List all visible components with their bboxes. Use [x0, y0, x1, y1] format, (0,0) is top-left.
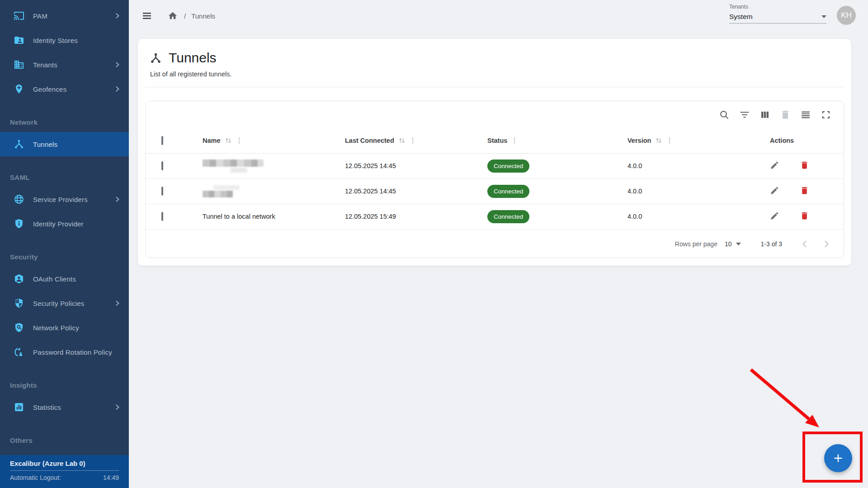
sidebar-item-label: Tenants	[33, 61, 115, 69]
column-header-last-connected: Last Connected	[345, 137, 394, 144]
sort-icon[interactable]	[225, 137, 232, 144]
delete-icon[interactable]	[800, 211, 811, 222]
previous-page-icon[interactable]	[799, 239, 810, 249]
next-page-icon[interactable]	[821, 239, 832, 249]
columns-icon[interactable]	[760, 109, 770, 120]
column-header-status: Status	[487, 137, 507, 144]
add-tunnel-button[interactable]	[824, 444, 852, 472]
logout-timer: 14:49	[103, 474, 119, 481]
delete-icon[interactable]	[780, 109, 791, 120]
sidebar-item-pam[interactable]: PAM	[0, 4, 129, 28]
environment-title: Excalibur (Azure Lab 0)	[10, 460, 119, 467]
sidebar-item-label: Password Rotation Policy	[33, 348, 120, 356]
sidebar-item-label: OAuth Clients	[33, 275, 120, 283]
sidebar-item-label: Statistics	[33, 404, 115, 411]
sidebar-footer: Excalibur (Azure Lab 0) Automatic Logout…	[0, 455, 129, 488]
sidebar-item-tenants[interactable]: Tenants	[0, 52, 129, 77]
select-all-checkbox[interactable]	[161, 136, 163, 145]
column-menu-icon[interactable]	[236, 137, 242, 144]
sidebar-section-insights: Insights	[0, 377, 129, 393]
tenant-select-label: Tenants	[729, 4, 826, 10]
version-cell: 4.0.0	[620, 178, 763, 204]
page-title: Tunnels	[169, 50, 217, 66]
sidebar-item-identity-stores[interactable]: Identity Stores	[0, 28, 129, 52]
edit-icon[interactable]	[770, 211, 781, 222]
sidebar-item-service-providers[interactable]: Service Providers	[0, 187, 129, 211]
sidebar-item-statistics[interactable]: Statistics	[0, 395, 129, 419]
sidebar-item-label: Identity Provider	[33, 220, 120, 228]
sidebar-section-network: Network	[0, 114, 129, 130]
sidebar-item-oauth-clients[interactable]: OAuth Clients	[0, 267, 129, 291]
row-checkbox[interactable]	[161, 161, 163, 170]
folder-account-icon	[14, 35, 24, 46]
shield-search-icon	[14, 322, 24, 333]
sidebar-item-identity-provider[interactable]: Identity Provider	[0, 211, 129, 236]
tunnel-name-cell: Tunnel to a local network	[195, 204, 338, 229]
password-rotation-icon	[14, 347, 24, 357]
delete-icon[interactable]	[800, 186, 811, 197]
column-menu-icon[interactable]	[666, 137, 673, 144]
column-menu-icon[interactable]	[410, 137, 416, 144]
chevron-down-icon	[821, 15, 826, 18]
rows-per-page-select[interactable]: 10	[725, 240, 741, 248]
logout-label: Automatic Logout:	[10, 474, 61, 481]
tenant-select-value: System	[729, 13, 753, 21]
rows-per-page-value: 10	[725, 240, 732, 248]
breadcrumb[interactable]: Tunnels	[191, 12, 215, 20]
oauth-clients-icon	[14, 273, 24, 284]
chevron-right-icon	[115, 300, 120, 306]
column-menu-icon[interactable]	[511, 137, 518, 144]
sort-icon[interactable]	[398, 137, 406, 144]
add-location-icon	[14, 84, 24, 94]
status-badge: Connected	[487, 160, 529, 173]
tenant-select[interactable]: System	[729, 10, 826, 23]
cast-icon	[14, 10, 24, 21]
home-icon[interactable]	[168, 11, 178, 21]
sidebar-item-network-policy[interactable]: Network Policy	[0, 315, 129, 340]
shield-info-icon	[14, 218, 24, 229]
column-header-actions: Actions	[770, 137, 794, 144]
tunnels-table: Name Last Connected	[146, 128, 844, 230]
density-icon[interactable]	[800, 109, 811, 120]
sidebar: PAM Identity Stores Tenants Geofences	[0, 0, 129, 488]
table-row: 12.05.2025 14:45 Connected 4.0.0	[146, 153, 844, 178]
edit-icon[interactable]	[770, 160, 781, 171]
sidebar-item-tunnels[interactable]: Tunnels	[0, 132, 129, 156]
building-icon	[14, 59, 24, 70]
sort-icon[interactable]	[655, 137, 662, 144]
row-checkbox[interactable]	[161, 212, 163, 221]
sidebar-item-security-policies[interactable]: Security Policies	[0, 291, 129, 315]
sidebar-section-others: Others	[0, 432, 129, 448]
row-checkbox[interactable]	[161, 187, 163, 196]
sidebar-item-label: Geofences	[33, 85, 115, 93]
redacted-tunnel-name	[203, 160, 338, 173]
filter-icon[interactable]	[739, 109, 750, 120]
fullscreen-icon[interactable]	[821, 109, 831, 120]
table-panel: Name Last Connected	[145, 101, 844, 258]
table-row: Tunnel to a local network 12.05.2025 15:…	[146, 204, 844, 229]
pagination: Rows per page 10 1-3 of 3	[146, 230, 844, 258]
tunnels-icon	[150, 52, 162, 64]
sidebar-section-security: Security	[0, 249, 129, 265]
pagination-range: 1-3 of 3	[761, 240, 782, 248]
bar-chart-icon	[14, 402, 24, 413]
tunnels-icon	[14, 139, 24, 150]
shield-half-icon	[14, 298, 24, 309]
delete-icon[interactable]	[800, 160, 811, 171]
chevron-right-icon	[115, 86, 120, 92]
sidebar-item-label: Security Policies	[33, 300, 115, 307]
rows-per-page-label: Rows per page	[675, 240, 717, 248]
chevron-right-icon	[115, 61, 120, 68]
version-cell: 4.0.0	[620, 153, 763, 178]
search-icon[interactable]	[719, 109, 730, 120]
sidebar-item-password-rotation-policy[interactable]: Password Rotation Policy	[0, 340, 129, 364]
sidebar-item-label: Service Providers	[33, 196, 115, 203]
status-badge: Connected	[487, 210, 529, 223]
menu-icon[interactable]	[142, 10, 152, 21]
redacted-tunnel-name	[203, 185, 338, 197]
edit-icon[interactable]	[770, 186, 781, 197]
avatar[interactable]: KH	[837, 6, 856, 25]
chevron-right-icon	[115, 404, 120, 410]
last-connected-cell: 12.05.2025 14:45	[338, 153, 480, 178]
sidebar-item-geofences[interactable]: Geofences	[0, 77, 129, 101]
